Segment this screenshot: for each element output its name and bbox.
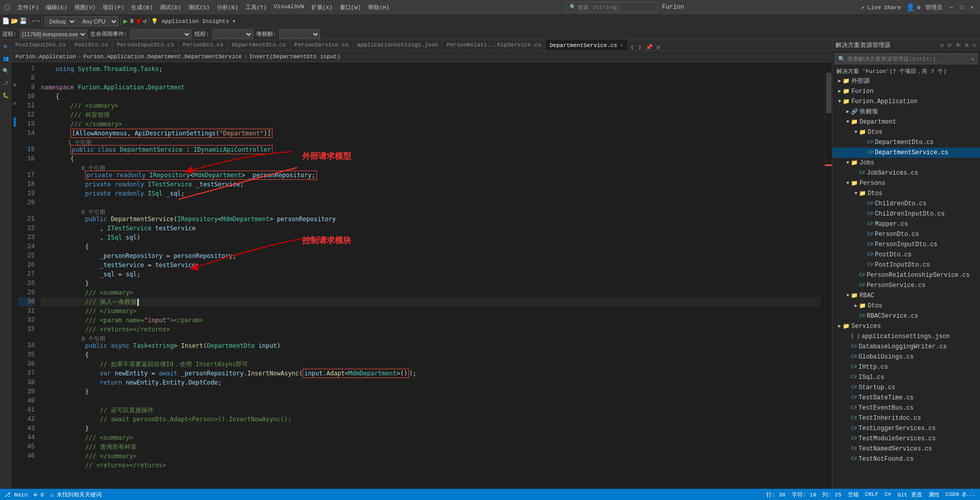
code-content[interactable]: using System.Threading.Tasks; namespace … <box>37 62 825 489</box>
menu-edit[interactable]: 编辑(E) <box>43 3 70 12</box>
tree-item-personservice[interactable]: ▶ C# PersonService.cs <box>832 280 980 291</box>
menu-debug[interactable]: 调试(D) <box>157 3 184 12</box>
tree-item-childreninputdto[interactable]: ▶ C# ChildrenInputDto.cs <box>832 209 980 219</box>
menu-build[interactable]: 生成(B) <box>128 3 156 12</box>
restart-btn[interactable]: ↺ <box>143 17 146 25</box>
tree-item-postdto[interactable]: ▶ C# PostDto.cs <box>832 250 980 260</box>
tree-item-ihttp[interactable]: ▶ C# IHttp.cs <box>832 362 980 372</box>
tree-item-external[interactable]: ▶ 📁 外部源 <box>832 76 980 86</box>
status-git-icon[interactable]: ⎇ main <box>4 491 28 498</box>
tree-item-jobservices[interactable]: ▶ C# JobServices.cs <box>832 168 980 178</box>
tree-item-testmodule[interactable]: ▶ C# TestModuleServices.cs <box>832 434 980 444</box>
menu-view[interactable]: 视图(V) <box>71 3 99 12</box>
tab-split-icon[interactable]: ⊞ <box>655 44 663 51</box>
tab-close-icon[interactable]: ✕ <box>619 42 624 48</box>
editor-scrollbar[interactable] <box>825 62 832 489</box>
platform-select[interactable]: Any CPU <box>78 16 118 27</box>
tree-item-deps[interactable]: ▶ 🔗 依赖项 <box>832 107 980 117</box>
toolbar-new-icon[interactable]: 📄 <box>2 17 10 25</box>
maximize-btn[interactable]: □ <box>958 3 966 11</box>
debug-mode-select[interactable]: Debug <box>44 16 77 27</box>
tab-overflow-right[interactable]: ❯ <box>636 44 644 51</box>
tree-item-testeventbus[interactable]: ▶ C# TestEventBus.cs <box>832 403 980 413</box>
fold-indicator-15[interactable]: ⊟ <box>11 99 18 108</box>
menu-window[interactable]: 窗口(W) <box>337 3 364 12</box>
menu-project[interactable]: 项目(P) <box>100 3 127 12</box>
search-clear-icon[interactable]: ✕ <box>971 56 974 62</box>
toolbar-undo-icon[interactable]: ↩ <box>32 17 35 25</box>
menu-file[interactable]: 文件(F) <box>14 3 42 12</box>
run-btn[interactable]: ▶ <box>123 17 127 26</box>
tree-item-personrelship[interactable]: ▶ C# PersonRelationshipService.cs <box>832 270 980 280</box>
tree-item-testnamed[interactable]: ▶ C# TestNamedServices.cs <box>832 444 980 454</box>
collapse-all-icon[interactable]: ⊟ <box>947 42 952 49</box>
stack-select[interactable] <box>279 30 320 39</box>
toolbar-open-icon[interactable]: 📂 <box>11 17 18 25</box>
tab-persondto[interactable]: PersonDto.cs <box>179 40 228 51</box>
tab-appsettings[interactable]: applicationsettings.json <box>353 40 443 51</box>
lifecycle-select[interactable] <box>130 30 191 39</box>
tree-item-furion[interactable]: ▶ 📁 Furion <box>832 86 980 97</box>
tree-item-dblogwriter[interactable]: ▶ C# DatabaseLoggingWriter.cs <box>832 342 980 352</box>
tree-item-departmentservice[interactable]: ▶ C# DepartmentService.cs <box>832 148 980 158</box>
app-insights-icon[interactable]: 💡 Application Insights ▾ <box>151 18 236 25</box>
status-git-changes[interactable]: Git 更改 <box>897 491 922 498</box>
tab-overflow-left[interactable]: ❮ <box>628 44 636 51</box>
close-btn[interactable]: ✕ <box>968 3 976 11</box>
live-share-btn[interactable]: ↗ Live Share <box>857 3 904 12</box>
tab-personrelship[interactable]: PersonRelati...hipService.cs <box>443 40 546 51</box>
tree-item-postinputdto[interactable]: ▶ C# PostInputDto.cs <box>832 260 980 270</box>
toolbar-save-icon[interactable]: 💾 <box>19 17 27 25</box>
settings-icon[interactable]: ⚙ <box>917 4 920 11</box>
tree-item-testnotfound[interactable]: ▶ C# TestNotFound.cs <box>832 454 980 464</box>
tree-item-isql[interactable]: ▶ C# ISql.cs <box>832 372 980 383</box>
tree-item-jobs[interactable]: ▼ 📁 Jobs <box>832 158 980 168</box>
pause-btn[interactable]: ⏸ <box>129 17 135 25</box>
tree-item-persons[interactable]: ▼ 📁 Persons <box>832 178 980 188</box>
tab-personinputdto[interactable]: PersonInputDto.cs <box>113 40 179 51</box>
scroll-thumb[interactable] <box>826 73 831 113</box>
tree-item-testinheritdoc[interactable]: ▶ C# TestInheritdoc.cs <box>832 413 980 423</box>
solution-search-box[interactable]: 🔍 搜索解决方案资源管理器(Ctrl+;) ✕ <box>835 53 978 64</box>
admin-btn[interactable]: 管理员 <box>922 3 945 12</box>
tree-item-mapper[interactable]: ▶ C# Mapper.cs <box>832 219 980 229</box>
sync-view-icon[interactable]: ⇄ <box>940 42 945 49</box>
tree-item-startup[interactable]: ▶ C# Startup.cs <box>832 383 980 393</box>
tree-item-departmentdto[interactable]: ▶ C# DepartmentDto.cs <box>832 137 980 148</box>
show-all-icon[interactable]: 👁 <box>954 42 962 49</box>
tree-item-appsettings[interactable]: ▶ { } applicationsettings.json <box>832 331 980 342</box>
breadcrumb-project[interactable]: Furion.Application <box>15 54 76 60</box>
tree-item-rbac-dtos[interactable]: ▶ 📁 Dtos <box>832 301 980 311</box>
tree-item-personinputdto[interactable]: ▶ C# PersonInputDto.cs <box>832 240 980 250</box>
tree-item-department[interactable]: ▼ 📁 Department <box>832 117 980 127</box>
tab-departmentservice[interactable]: DepartmentService.cs ✕ <box>546 40 628 51</box>
tab-departmentdto[interactable]: DepartmentDto.cs <box>228 40 290 51</box>
stop-btn[interactable]: ⏹ <box>136 17 142 25</box>
menu-visualsvn[interactable]: VisualSVN <box>271 3 307 12</box>
thread-select[interactable] <box>212 30 253 39</box>
tree-item-testlogger[interactable]: ▶ C# TestLoggerServices.cs <box>832 423 980 434</box>
tree-item-services[interactable]: ▶ 📁 Services <box>832 321 980 331</box>
tree-item-testdatetime[interactable]: ▶ C# TestDateTime.cs <box>832 393 980 403</box>
tree-item-person-dtos[interactable]: ▼ 📁 Dtos <box>832 188 980 199</box>
tab-postdto[interactable]: PostDto.cs <box>70 40 113 51</box>
process-select[interactable]: [11768] iisexpress.exe <box>20 30 87 39</box>
sidebar-git-icon[interactable]: ⎇ <box>1 79 10 88</box>
search-input[interactable]: 搜索 (Ctrl+Q) <box>578 4 619 11</box>
sidebar-team-icon[interactable]: 👥 <box>1 54 10 63</box>
close-panel-icon[interactable]: ✕ <box>971 42 977 49</box>
tree-item-rbac[interactable]: ▼ 📁 RBAC <box>832 291 980 301</box>
minimize-btn[interactable]: — <box>947 3 955 11</box>
tree-item-rbacservice[interactable]: ▶ C# RBACService.cs <box>832 311 980 321</box>
tree-item-childrendto[interactable]: ▶ C# ChildrenDto.cs <box>832 199 980 209</box>
menu-tools[interactable]: 工具(T) <box>242 3 270 12</box>
tree-item-dept-dtos[interactable]: ▼ 📁 Dtos <box>832 127 980 137</box>
tab-personservice[interactable]: PersonService.cs <box>290 40 353 51</box>
fold-indicator-9[interactable]: ⊞ <box>11 81 18 90</box>
menu-analyze[interactable]: 分析(N) <box>214 3 241 12</box>
menu-help[interactable]: 帮助(H) <box>365 3 393 12</box>
sidebar-debug-icon[interactable]: 🐛 <box>1 91 10 100</box>
menu-test[interactable]: 测试(S) <box>185 3 213 12</box>
tree-item-furionapp[interactable]: ▼ 📁 Furion.Application <box>832 97 980 107</box>
filter-icon[interactable]: ⊞ <box>964 42 970 49</box>
